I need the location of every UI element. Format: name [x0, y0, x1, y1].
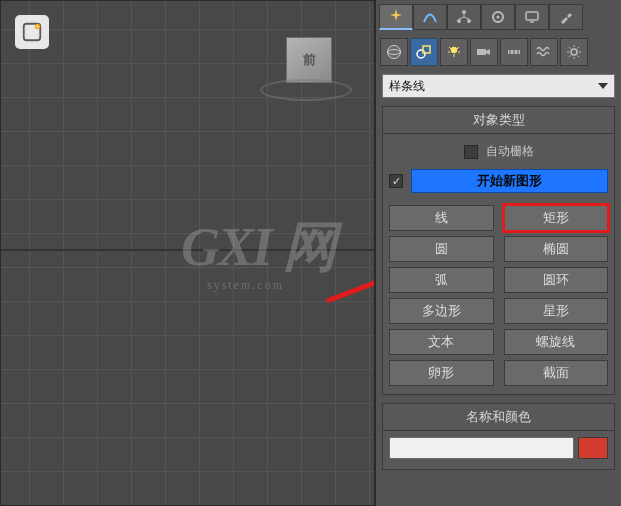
- shape-rectangle-button[interactable]: 矩形: [504, 205, 609, 231]
- shape-text-button[interactable]: 文本: [389, 329, 494, 355]
- category-shapes[interactable]: [410, 38, 438, 66]
- shape-circle-button[interactable]: 圆: [389, 236, 494, 262]
- category-systems[interactable]: [560, 38, 588, 66]
- shapes-icon: [415, 43, 433, 61]
- hierarchy-icon: [456, 9, 472, 25]
- shape-ellipse-button[interactable]: 椭圆: [504, 236, 609, 262]
- tab-create[interactable]: [379, 4, 413, 30]
- shape-ngon-button[interactable]: 多边形: [389, 298, 494, 324]
- helpers-icon: [505, 43, 523, 61]
- svg-point-4: [457, 19, 461, 23]
- category-spacewarps[interactable]: [530, 38, 558, 66]
- sphere-icon: [385, 43, 403, 61]
- chevron-down-icon: [598, 83, 608, 89]
- shape-subcategory-dropdown[interactable]: 样条线: [382, 74, 615, 98]
- shape-line-button[interactable]: 线: [389, 205, 494, 231]
- svg-point-5: [467, 19, 471, 23]
- shape-arc-button[interactable]: 弧: [389, 267, 494, 293]
- tab-utilities[interactable]: [549, 4, 583, 30]
- category-geometry[interactable]: [380, 38, 408, 66]
- viewport[interactable]: 前 GXI 网 system.com: [0, 0, 375, 506]
- command-panel-tabs: [378, 2, 619, 32]
- camera-icon: [475, 43, 493, 61]
- autogrid-label: 自动栅格: [486, 143, 534, 160]
- object-color-swatch[interactable]: [578, 437, 608, 459]
- tab-hierarchy[interactable]: [447, 4, 481, 30]
- svg-point-16: [571, 49, 577, 55]
- viewport-maximize-toggle[interactable]: [15, 15, 49, 49]
- startnewshape-checkbox[interactable]: ✓: [389, 174, 403, 188]
- svg-point-9: [388, 46, 401, 59]
- rollout-name-and-color: 名称和颜色: [382, 403, 615, 470]
- shape-buttons-grid: 线 矩形 圆 椭圆 弧 圆环 多边形 星形 文本 螺旋线 卵形 截面: [389, 205, 608, 386]
- viewcube-compass[interactable]: [260, 79, 352, 101]
- shape-egg-button[interactable]: 卵形: [389, 360, 494, 386]
- command-panel: 样条线 对象类型 自动栅格 ✓ 开始新图形 线 矩形 圆 椭圆 弧 圆环 多边形…: [375, 0, 621, 506]
- hammer-icon: [558, 9, 574, 25]
- display-icon: [524, 9, 540, 25]
- autogrid-checkbox[interactable]: [464, 145, 478, 159]
- shape-helix-button[interactable]: 螺旋线: [504, 329, 609, 355]
- dropdown-value: 样条线: [389, 78, 425, 95]
- tab-display[interactable]: [515, 4, 549, 30]
- rollout-name-color-header[interactable]: 名称和颜色: [383, 404, 614, 431]
- shape-star-button[interactable]: 星形: [504, 298, 609, 324]
- sparkle-icon: [388, 9, 404, 25]
- svg-rect-14: [477, 49, 486, 55]
- tab-modify[interactable]: [413, 4, 447, 30]
- plus-box-icon: [21, 21, 43, 43]
- shape-section-button[interactable]: 截面: [504, 360, 609, 386]
- waves-icon: [535, 43, 553, 61]
- object-name-input[interactable]: [389, 437, 574, 459]
- tab-motion[interactable]: [481, 4, 515, 30]
- rollout-object-type: 对象类型 自动栅格 ✓ 开始新图形 线 矩形 圆 椭圆 弧 圆环 多边形 星形 …: [382, 106, 615, 395]
- rollout-object-type-header[interactable]: 对象类型: [383, 107, 614, 134]
- viewcube[interactable]: 前: [286, 37, 332, 83]
- svg-rect-8: [526, 12, 538, 20]
- shape-donut-button[interactable]: 圆环: [504, 267, 609, 293]
- svg-point-11: [417, 50, 425, 58]
- viewcube-face-label: 前: [303, 51, 316, 69]
- svg-point-7: [497, 16, 500, 19]
- arc-icon: [422, 9, 438, 25]
- start-new-shape-button[interactable]: 开始新图形: [411, 169, 608, 193]
- light-icon: [445, 43, 463, 61]
- motion-icon: [490, 9, 506, 25]
- svg-point-3: [462, 10, 466, 14]
- category-cameras[interactable]: [470, 38, 498, 66]
- create-category-row: [378, 36, 619, 68]
- category-lights[interactable]: [440, 38, 468, 66]
- category-helpers[interactable]: [500, 38, 528, 66]
- svg-point-13: [451, 47, 457, 53]
- gear-icon: [565, 43, 583, 61]
